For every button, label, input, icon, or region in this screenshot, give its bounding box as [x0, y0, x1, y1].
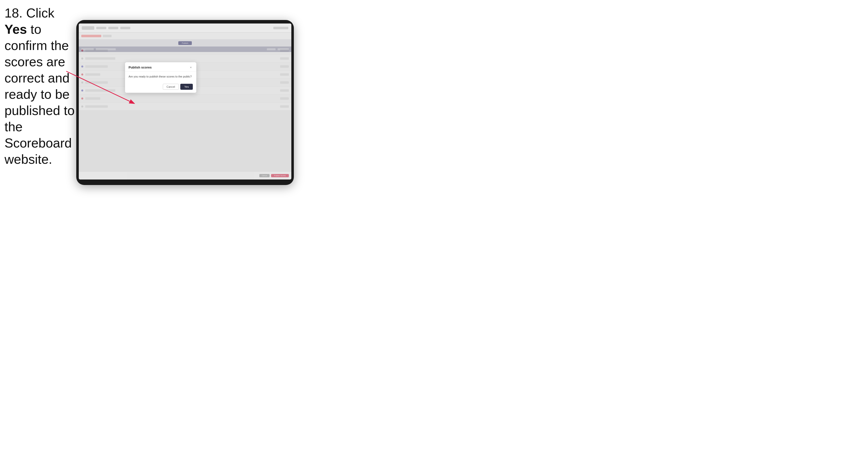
modal-overlay: Publish scores × Are you ready to publis…: [79, 24, 291, 180]
modal-close-button[interactable]: ×: [189, 65, 193, 69]
modal-body: Are you ready to publish these scores to…: [125, 71, 196, 82]
tablet: Publish: [76, 20, 294, 185]
instruction-text-after: to confirm the scores are correct and re…: [4, 22, 74, 166]
modal-footer: Cancel Yes: [125, 82, 196, 93]
tablet-screen: Publish: [79, 24, 291, 180]
modal-message: Are you ready to publish these scores to…: [128, 74, 193, 79]
yes-button[interactable]: Yes: [180, 84, 193, 90]
cancel-button[interactable]: Cancel: [163, 84, 179, 90]
bold-yes: Yes: [4, 22, 27, 36]
instruction-text-before: Click: [26, 6, 55, 20]
modal-header: Publish scores ×: [125, 62, 196, 71]
modal-title: Publish scores: [128, 65, 152, 69]
publish-scores-modal: Publish scores × Are you ready to publis…: [125, 62, 196, 93]
step-number: 18.: [4, 6, 23, 20]
instruction-text: 18. Click Yes to confirm the scores are …: [4, 5, 77, 167]
